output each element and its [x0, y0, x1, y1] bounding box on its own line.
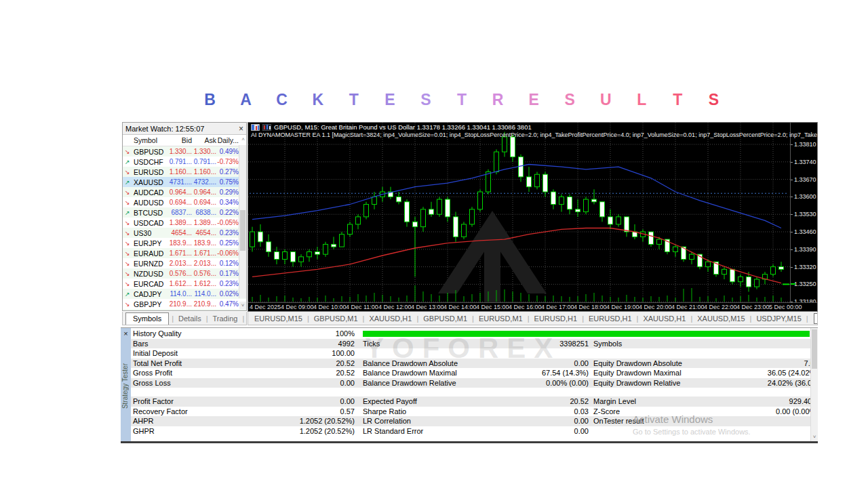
market-watch-row-btcusd[interactable]: ↗BTCUSD6837...6838...0.22% — [123, 207, 246, 218]
trend-down-icon: ↘ — [125, 230, 134, 237]
title-letter: T — [443, 91, 479, 109]
time-axis-label: 4 Dec 12:00 — [378, 304, 412, 310]
daily-change: 0.25% — [216, 239, 239, 247]
time-axis-label: 4 Dec 17:00 — [541, 304, 574, 310]
column-bid[interactable]: Bid — [167, 136, 192, 144]
trend-down-icon: ↘ — [125, 270, 134, 277]
market-watch-scrollbar[interactable] — [239, 145, 246, 298]
scroll-up-icon[interactable]: ˄ — [241, 136, 245, 142]
ask-value: 1.054... — [192, 310, 216, 311]
symbol-name: GBPJPY — [134, 300, 167, 308]
trend-down-icon: ↘ — [125, 199, 134, 206]
axis-tick — [791, 232, 793, 232]
price-axis-label: 1.33600 — [794, 193, 816, 200]
daily-change: -0.05% — [216, 219, 239, 226]
column-symbol[interactable]: Symbol — [134, 136, 167, 144]
chart-tab-xauusd-h1[interactable]: XAUUSD,H1 — [641, 314, 688, 323]
price-axis-label: 1.33670 — [794, 176, 816, 183]
scrollbar-thumb[interactable] — [240, 210, 245, 251]
scroll-down-icon[interactable]: ˅ — [811, 432, 818, 441]
title-letter: L — [624, 91, 660, 109]
chart-tab-eurusd-h1[interactable]: EURUSD,H1 — [532, 314, 580, 323]
chart-tab-xauusd-h1[interactable]: XAUUSD,H1 — [367, 314, 414, 323]
market-watch-row-gbpchf[interactable]: ↘GBPCHF1.053...1.054...0.33% — [123, 309, 246, 311]
chart-tab-gbpusd-m15[interactable]: GBPUSD,M15 — [814, 313, 818, 324]
table-spacer — [131, 388, 811, 396]
time-axis[interactable]: 4 Dec 20254 Dec 09:004 Dec 10:004 Dec 11… — [248, 302, 817, 312]
price-axis-label: 1.33320 — [794, 264, 816, 270]
tester-scrollbar[interactable]: ˅ — [810, 328, 818, 441]
bid-value: 1.330... — [167, 148, 192, 155]
daily-change: 0.49% — [216, 148, 239, 155]
chart-tab-bar: EURUSD,M15|GBPUSD,M1|XAUUSD,H1|GBPUSD,M1… — [248, 312, 818, 325]
price-axis-label: 1.33740 — [794, 159, 816, 165]
bid-value: 1.612... — [167, 280, 192, 287]
symbol-name: GBPCHF — [134, 310, 167, 312]
market-watch-row-gbpjpy[interactable]: ↘GBPJPY210.9...210.9...0.47% — [123, 299, 246, 309]
chart-tab-usdjpy-m15[interactable]: USDJPY,M15 — [754, 314, 803, 323]
close-icon[interactable]: × — [239, 125, 243, 132]
chart-tab-gbpusd-m1[interactable]: GBPUSD,M1 — [312, 314, 360, 323]
market-watch-row-us30[interactable]: ↘US304654...4654...0.23% — [123, 228, 246, 238]
daily-change: 0.17% — [216, 270, 239, 277]
market-watch-row-usdcad[interactable]: ↘USDCAD1.389...1.389...-0.05% — [123, 218, 246, 228]
ask-value: 1.671... — [192, 249, 216, 257]
market-watch-row-eurjpy[interactable]: ↘EURJPY183.9...183.9...0.25% — [123, 238, 246, 248]
tab-separator: | — [637, 314, 639, 323]
strategy-tester-strip[interactable]: × Strategy Tester — [121, 328, 131, 441]
market-watch-row-eurcad[interactable]: ↘EURCAD1.612...1.612...0.23% — [123, 279, 246, 289]
trend-down-icon: ↘ — [125, 220, 134, 226]
tab-trading[interactable]: Trading — [211, 314, 240, 323]
chart-tab-eurusd-h1[interactable]: EURUSD,H1 — [587, 314, 634, 323]
table-row: Gross Profit20.52Balance Drawdown Maxima… — [131, 368, 811, 378]
bid-value: 0.964... — [167, 188, 192, 196]
chart-tab-eurusd-m1[interactable]: EURUSD,M1 — [477, 314, 525, 323]
bid-value: 210.9... — [167, 300, 192, 308]
market-watch-row-nzdusd[interactable]: ↘NZDUSD0.576...0.576...0.17% — [123, 268, 246, 279]
trend-down-icon: ↘ — [125, 311, 134, 312]
metric-value: 0.00 — [133, 379, 355, 387]
market-watch-row-xauusd[interactable]: ↗XAUUSD4731....4732....0.75% — [123, 177, 246, 187]
tab-symbols[interactable]: Symbols — [125, 312, 169, 325]
bid-value: 1.160... — [167, 168, 192, 176]
tab-separator: | — [242, 314, 244, 323]
scroll-down-icon[interactable]: ˅ — [239, 302, 246, 310]
bid-value: 183.9... — [167, 239, 192, 247]
market-watch-row-euraud[interactable]: ↘EURAUD1.671...1.671...-0.06% — [123, 248, 246, 258]
price-axis-label: 1.33390 — [794, 246, 816, 253]
market-watch-row-eurnzd[interactable]: ↘EURNZD2.013...2.013...0.12% — [123, 258, 246, 268]
strategy-tester-panel: × Strategy Tester History Quality100%Bar… — [121, 327, 818, 443]
scrollbar-thumb[interactable] — [812, 329, 817, 369]
close-icon[interactable]: × — [121, 329, 131, 338]
tab-separator: | — [172, 314, 174, 323]
metric-value: 20.52 — [133, 359, 355, 367]
market-watch-row-audcad[interactable]: ↘AUDCAD0.964...0.964...0.29% — [123, 187, 246, 197]
column-ask[interactable]: Ask — [192, 136, 216, 144]
ea-parameters-text: AI DYNAMOMASTER EA 1.1 [MagicStart=3824;… — [251, 131, 818, 138]
chart-window[interactable]: GBPUSD, M15: Great Britain Pound vs US D… — [248, 122, 818, 312]
symbol-name: US30 — [134, 229, 167, 237]
metric-value: 0.03 — [363, 407, 589, 415]
ask-value: 0.694... — [192, 199, 216, 206]
symbol-name: XAUUSD — [134, 178, 167, 186]
symbol-name: USDCHF — [134, 158, 167, 166]
market-watch-row-audusd[interactable]: ↘AUDUSD0.694...0.694...0.34% — [123, 197, 246, 207]
axis-tick — [791, 180, 793, 180]
metric-value: 4992 — [133, 340, 355, 348]
table-row: History Quality100% — [131, 329, 811, 339]
price-axis[interactable]: 1.338101.337401.336701.336001.335301.334… — [790, 123, 818, 302]
candlestick-chart[interactable] — [248, 123, 790, 302]
trend-down-icon: ↘ — [125, 240, 134, 247]
column-daily[interactable]: Daily... — [216, 136, 239, 144]
tab-details[interactable]: Details — [176, 314, 203, 323]
market-watch-row-cadjpy[interactable]: ↗CADJPY114.0...114.0...0.02% — [123, 289, 246, 299]
market-watch-row-usdchf[interactable]: ↗USDCHF0.791...0.791...-0.73% — [123, 157, 246, 167]
chart-tab-gbpusd-m1[interactable]: GBPUSD,M1 — [421, 314, 469, 323]
trend-up-icon: ↗ — [125, 291, 134, 298]
chart-tab-xauusd-m15[interactable]: XAUUSD,M15 — [695, 314, 747, 323]
chart-tab-eurusd-m15[interactable]: EURUSD,M15 — [252, 314, 304, 323]
bid-value: 0.694... — [167, 199, 192, 206]
market-watch-row-eurusd[interactable]: ↘EURUSD1.160...1.160...0.27% — [123, 167, 246, 177]
title-letter: U — [588, 91, 624, 109]
market-watch-row-gbpusd[interactable]: ↘GBPUSD1.330...1.330...0.49% — [123, 146, 246, 157]
